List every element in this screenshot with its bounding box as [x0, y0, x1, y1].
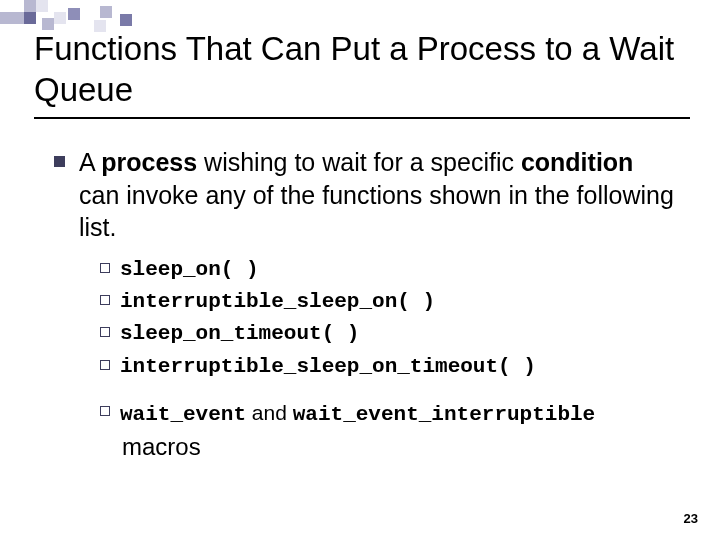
hollow-square-icon: [100, 295, 110, 305]
list-item: interruptible_sleep_on( ): [100, 288, 680, 316]
deco-square: [12, 12, 24, 24]
slide-title: Functions That Can Put a Process to a Wa…: [34, 28, 690, 111]
sublist: sleep_on( ) interruptible_sleep_on( ) sl…: [100, 256, 680, 462]
macro-b: wait_event_interruptible: [293, 403, 595, 426]
intro-mid: wishing to wait for a specific: [197, 148, 521, 176]
page-number: 23: [684, 511, 698, 526]
code-item: sleep_on_timeout( ): [120, 320, 359, 348]
hollow-square-icon: [100, 263, 110, 273]
intro-bold-condition: condition: [521, 148, 633, 176]
deco-square: [36, 0, 48, 12]
bullet-level1: A process wishing to wait for a specific…: [54, 146, 680, 244]
intro-post: can invoke any of the functions shown in…: [79, 181, 674, 242]
square-bullet-icon: [54, 156, 65, 167]
body-content: A process wishing to wait for a specific…: [54, 146, 680, 461]
macro-line: wait_event and wait_event_interruptible: [120, 399, 595, 429]
intro-text: A process wishing to wait for a specific…: [79, 146, 680, 244]
list-item: sleep_on_timeout( ): [100, 320, 680, 348]
macro-a: wait_event: [120, 403, 246, 426]
intro-pre: A: [79, 148, 101, 176]
intro-bold-process: process: [101, 148, 197, 176]
macro-join: and: [246, 401, 293, 424]
macro-tail: macros: [122, 433, 680, 461]
title-block: Functions That Can Put a Process to a Wa…: [34, 28, 690, 119]
deco-square: [100, 6, 112, 18]
code-item: sleep_on( ): [120, 256, 259, 284]
code-item: interruptible_sleep_on_timeout( ): [120, 353, 536, 381]
list-item: interruptible_sleep_on_timeout( ): [100, 353, 680, 381]
list-item: sleep_on( ): [100, 256, 680, 284]
hollow-square-icon: [100, 327, 110, 337]
deco-square: [120, 14, 132, 26]
deco-square: [24, 12, 36, 24]
hollow-square-icon: [100, 406, 110, 416]
deco-square: [0, 12, 12, 24]
deco-square: [68, 8, 80, 20]
deco-square: [24, 0, 36, 12]
code-item: interruptible_sleep_on( ): [120, 288, 435, 316]
list-item: wait_event and wait_event_interruptible: [100, 399, 680, 429]
hollow-square-icon: [100, 360, 110, 370]
deco-square: [54, 12, 66, 24]
